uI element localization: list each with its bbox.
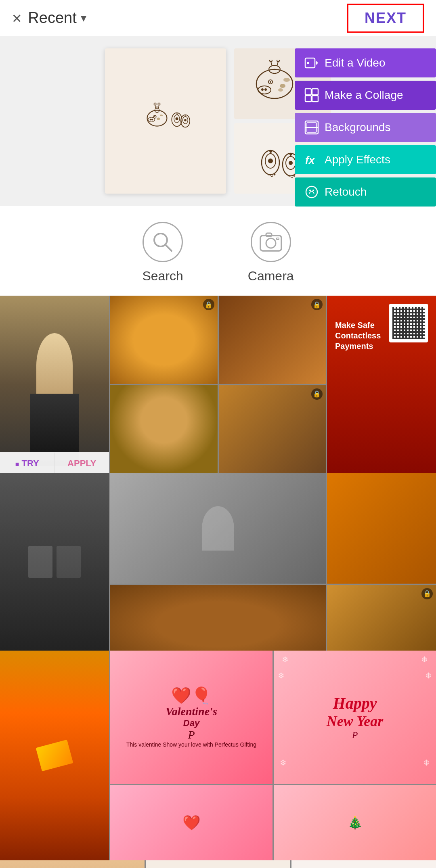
photo-cell-doodle[interactable]: ♥ •ᴗ• ♥ •ᴗ• [146,860,290,868]
svg-marker-47 [316,61,318,65]
photo-cell-store[interactable]: Make Safe Contactless Payments [327,296,436,473]
retouch-icon [304,185,319,199]
photo-cell-girl[interactable] [0,860,145,868]
svg-text:♥: ♥ [184,115,186,117]
svg-rect-46 [305,58,315,68]
store-text: Make Safe Contactless Payments [335,320,392,351]
svg-point-12 [150,119,151,120]
photo-cell-bird-tall[interactable] [0,651,109,860]
photo-cell-coffee6[interactable]: 🔒 [327,585,436,651]
header-left: × Recent ▾ [12,9,86,27]
photo-cell-coffee3[interactable] [110,385,218,474]
photo-cell-coffee5[interactable] [110,585,326,651]
photo-cell-bird[interactable] [327,473,436,584]
apply-effects-button[interactable]: fx Apply Effects [295,145,436,174]
make-collage-label: Make a Collage [325,89,403,102]
photo-cell-newyear[interactable]: ❄ ❄ ❄ ❄ ❄ ❄ Happy New Year P [274,651,436,784]
svg-line-61 [165,244,172,251]
svg-point-33 [264,88,267,91]
photo-cell-valentine2[interactable]: ❤️ [110,785,272,860]
valentine-content: ❤️🎈 Valentine's Day P This valentine Sho… [110,651,272,784]
svg-point-32 [261,88,264,91]
lock-badge: 🔒 [421,588,433,599]
photo-grid-row2: 🔒 [0,473,436,651]
photo-cell-avocado[interactable]: ♥ •ᴗ• ♥ •ᴗ• [291,860,436,868]
photo-cell-couple1[interactable] [0,473,109,651]
apply-effects-label: Apply Effects [325,153,390,166]
photo-cell-couple2[interactable] [110,473,326,584]
search-label: Search [142,269,183,284]
search-icon [151,230,175,254]
svg-text:fx: fx [305,154,315,166]
photo-cell-valentine[interactable]: ❤️🎈 Valentine's Day P This valentine Sho… [110,651,272,784]
make-collage-button[interactable]: Make a Collage [295,81,436,110]
camera-tool[interactable]: Camera [248,222,294,284]
fx-icon: fx [304,152,319,167]
newyear-content: ❄ ❄ ❄ ❄ ❄ ❄ Happy New Year P [274,651,436,784]
svg-point-58 [309,190,311,191]
svg-point-31 [258,86,271,94]
camera-label: Camera [248,269,294,284]
collage-icon [304,88,319,102]
svg-point-10 [160,115,163,116]
svg-point-38 [268,159,273,163]
title-dropdown[interactable]: Recent ▾ [28,9,86,27]
retouch-label: Retouch [325,186,367,198]
photo-grid-row1: ■ TRY APPLY 🔒 🔒 🔒 Make Safe Contactless … [0,296,436,473]
svg-point-16 [176,117,178,120]
svg-point-63 [266,238,276,248]
svg-point-9 [157,118,160,120]
svg-point-57 [306,186,317,198]
chevron-down-icon: ▾ [81,11,86,25]
svg-text:♥: ♥ [176,112,178,116]
photo-cell-newyear2[interactable]: 🎄 [274,785,436,860]
photo-grid-row3: ❤️🎈 Valentine's Day P This valentine Sho… [0,651,436,860]
lock-badge: 🔒 [311,299,323,310]
photo-cell-coffee4[interactable]: 🔒 [219,385,326,474]
camera-icon-circle [251,222,291,262]
svg-point-13 [151,119,153,120]
video-icon [304,56,319,70]
svg-point-8 [154,116,155,117]
close-button[interactable]: × [12,10,21,26]
svg-point-43 [289,161,293,165]
svg-text:•ᴗ•: •ᴗ• [268,171,276,178]
tools-row: Search Camera [0,206,436,296]
svg-rect-48 [307,62,309,64]
giraffe-main-image: ♥ ♥ [137,97,194,145]
svg-rect-50 [312,89,318,95]
backgrounds-label: Backgrounds [325,121,390,134]
search-tool[interactable]: Search [142,222,183,284]
svg-point-30 [280,84,285,88]
backgrounds-button[interactable]: Backgrounds [295,113,436,142]
retouch-button[interactable]: Retouch [295,177,436,207]
svg-text:♥: ♥ [289,151,292,158]
svg-point-27 [277,60,279,62]
svg-rect-64 [266,233,272,236]
lock-badge: 🔒 [203,299,214,310]
action-panel: Edit a Video Make a Collage Backgrounds … [295,48,436,207]
edit-video-label: Edit a Video [325,56,386,69]
svg-rect-52 [312,96,318,102]
header: × Recent ▾ NEXT [0,0,436,36]
svg-point-59 [312,190,314,191]
lock-badge: 🔒 [311,388,323,400]
edit-video-button[interactable]: Edit a Video [295,48,436,77]
svg-text:•ᴗ•: •ᴗ• [288,173,296,179]
photo-cell-coffee2[interactable]: 🔒 [219,296,326,384]
preview-card-main[interactable]: ♥ ♥ [105,48,226,194]
preview-area: ♥ ♥ [0,36,436,206]
svg-point-35 [278,88,283,92]
svg-point-25 [270,60,272,62]
svg-rect-65 [277,238,279,240]
search-icon-circle [143,222,183,262]
svg-point-34 [283,78,290,82]
photo-cell-fashion[interactable]: ■ TRY APPLY [0,296,109,474]
next-button[interactable]: NEXT [347,4,424,33]
page-title: Recent [28,9,76,27]
try-button[interactable]: ■ TRY [0,453,55,474]
camera-icon [259,230,283,254]
photo-cell-coffee1[interactable]: 🔒 [110,296,218,384]
svg-rect-49 [305,89,311,95]
apply-button[interactable]: APPLY [55,453,109,474]
